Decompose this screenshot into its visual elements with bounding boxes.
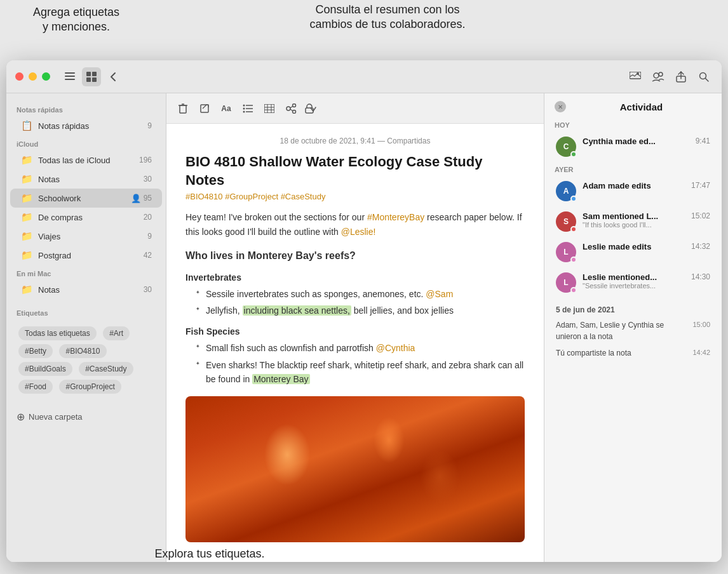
svg-line-33	[290, 106, 293, 108]
avatar-dot	[570, 287, 577, 293]
checklist-icon[interactable]	[239, 100, 257, 117]
sidebar-item-postgrad[interactable]: 📁 Postgrad 42	[10, 246, 162, 265]
tag-betty[interactable]: #Betty	[18, 344, 53, 358]
sidebar-item-schoolwork[interactable]: 📁 Schoolwork 👤 95	[10, 189, 162, 208]
svg-line-18	[203, 105, 206, 109]
svg-point-32	[293, 110, 296, 113]
lock-icon[interactable]	[304, 100, 321, 117]
grid-view-icon[interactable]	[82, 67, 101, 86]
activity-time: 15:02	[691, 211, 710, 220]
shared-icon: 👤	[131, 194, 141, 203]
sidebar-item-viajes[interactable]: 📁 Viajes 9	[10, 227, 162, 246]
maximize-button[interactable]	[42, 72, 50, 81]
share-icon[interactable]	[672, 68, 690, 86]
sidebar-item-count: 42	[144, 251, 152, 260]
activity-sub: "Sessile invertebrates...	[583, 282, 685, 290]
event-time: 14:42	[692, 347, 710, 358]
sam-mention[interactable]: @Sam	[426, 289, 453, 299]
sidebar-item-notas-rapidas[interactable]: 📋 Notas rápidas 9	[10, 116, 162, 135]
activity-close-button[interactable]: ✕	[555, 101, 566, 112]
tag-groupproject[interactable]: #GroupProject	[59, 380, 121, 394]
activity-info: Adam made edits	[583, 181, 685, 190]
sidebar-item-notas-mac[interactable]: 📁 Notas 30	[10, 280, 162, 299]
avatar-leslie: L	[556, 242, 576, 262]
sidebar-item-count: 9	[147, 232, 152, 241]
sidebar-item-label: Schoolwork	[38, 194, 131, 203]
activity-name: Leslie mentioned...	[583, 272, 685, 282]
sidebar-item-notas-icloud[interactable]: 📁 Notas 30	[10, 170, 162, 189]
compose-icon[interactable]	[196, 100, 213, 117]
activity-item-cynthia[interactable]: C Cynthia made ed... 9:41	[552, 131, 714, 162]
activity-item-leslie1[interactable]: L Leslie made edits 14:32	[552, 237, 714, 267]
list-view-icon[interactable]	[60, 67, 79, 86]
fish-list: Small fish such as clownfish and parrotf…	[185, 341, 525, 386]
plus-icon: ⊕	[17, 411, 25, 423]
svg-point-31	[293, 103, 296, 107]
section-label-notas-rapidas: Notas rápidas	[6, 101, 166, 116]
svg-rect-1	[65, 76, 75, 77]
activity-event-joined: Adam, Sam, Leslie y Cynthia se unieron a…	[552, 317, 714, 345]
tag-bio4810-link[interactable]: #BIO4810	[185, 192, 223, 201]
activity-header: ✕ Actividad	[544, 93, 722, 117]
activity-name: Leslie made edits	[583, 242, 685, 251]
back-icon[interactable]	[104, 67, 123, 86]
sidebar-item-count: 30	[144, 285, 152, 294]
activity-item-adam[interactable]: A Adam made edits 17:47	[552, 176, 714, 206]
new-folder-button[interactable]: ⊕ Nueva carpeta	[6, 406, 166, 428]
subsection-fish: Fish Species	[185, 324, 525, 338]
activity-event-shared: Tú compartiste la nota 14:42	[552, 345, 714, 361]
tag-casestudy[interactable]: #CaseStudy	[79, 362, 133, 376]
note-content[interactable]: 18 de octubre de 2021, 9:41 — Compartida…	[166, 124, 544, 562]
activity-item-sam[interactable]: S Sam mentioned L... "If this looks good…	[552, 206, 714, 237]
activity-content: HOY C Cynthia made ed... 9:41 AYER A	[544, 117, 722, 562]
sidebar-item-label: Postgrad	[38, 251, 144, 260]
svg-point-10	[659, 72, 663, 76]
monterey-bay-tag[interactable]: #MontereyBay	[367, 212, 424, 222]
main-content: Notas rápidas 📋 Notas rápidas 9 iCloud 📁…	[6, 93, 722, 562]
avatar-dot	[570, 226, 577, 232]
table-icon[interactable]	[260, 100, 278, 117]
format-icon[interactable]: Aa	[217, 100, 235, 117]
bullet2-post: bell jellies, and box jellies	[354, 305, 454, 316]
titlebar-toolbar-right	[626, 68, 713, 86]
activity-item-leslie2[interactable]: L Leslie mentioned... "Sessile invertebr…	[552, 267, 714, 298]
note-tags: #BIO4810 #GroupProject #CaseStudy	[185, 192, 525, 201]
notas-rapidas-icon: 📋	[20, 119, 33, 132]
delete-icon[interactable]	[174, 100, 192, 117]
tag-food[interactable]: #Food	[18, 380, 53, 394]
svg-point-9	[654, 73, 659, 78]
sidebar-item-de-compras[interactable]: 📁 De compras 20	[10, 208, 162, 227]
collab-icon[interactable]	[649, 68, 667, 86]
cynthia-mention[interactable]: @Cynthia	[376, 343, 415, 353]
activity-name: Sam mentioned L...	[583, 211, 685, 221]
sidebar-item-count: 9	[147, 121, 152, 130]
tag-art[interactable]: #Art	[103, 326, 130, 340]
svg-rect-0	[65, 72, 75, 74]
svg-rect-6	[92, 77, 97, 82]
tag-todas[interactable]: Todas las etiquetas	[18, 326, 97, 340]
annotation-labels: Agrega etiquetasy menciones.	[13, 5, 140, 35]
titlebar	[6, 60, 722, 93]
activity-title: Actividad	[571, 102, 711, 112]
sidebar-item-todas-icloud[interactable]: 📁 Todas las de iCloud 196	[10, 150, 162, 170]
minimize-button[interactable]	[29, 72, 37, 81]
sidebar-item-count: 30	[144, 175, 152, 184]
tag-buildgoals[interactable]: #BuildGoals	[18, 362, 72, 376]
share-note-icon[interactable]	[282, 100, 300, 117]
gallery-icon[interactable]	[626, 68, 644, 86]
close-button[interactable]	[15, 72, 24, 81]
note-meta: 18 de octubre de 2021, 9:41 — Compartida…	[185, 137, 525, 145]
tag-groupproject-link[interactable]: #GroupProject	[225, 192, 278, 201]
section-label-icloud: iCloud	[6, 135, 166, 150]
activity-time: 14:30	[691, 272, 710, 281]
leslie-mention[interactable]: @Leslie!	[341, 227, 376, 237]
svg-point-21	[243, 107, 245, 109]
activity-info: Sam mentioned L... "If this looks good I…	[583, 211, 685, 229]
tag-bio4810[interactable]: #BIO4810	[59, 344, 106, 358]
sidebar-item-label: De compras	[38, 213, 144, 222]
activity-date-section: 5 de jun de 2021	[552, 298, 714, 317]
activity-panel: ✕ Actividad HOY C Cynthia made ed... 9:4…	[544, 93, 722, 562]
tag-casestudy-link[interactable]: #CaseStudy	[281, 192, 326, 201]
svg-line-34	[290, 109, 293, 111]
search-icon[interactable]	[695, 68, 713, 86]
